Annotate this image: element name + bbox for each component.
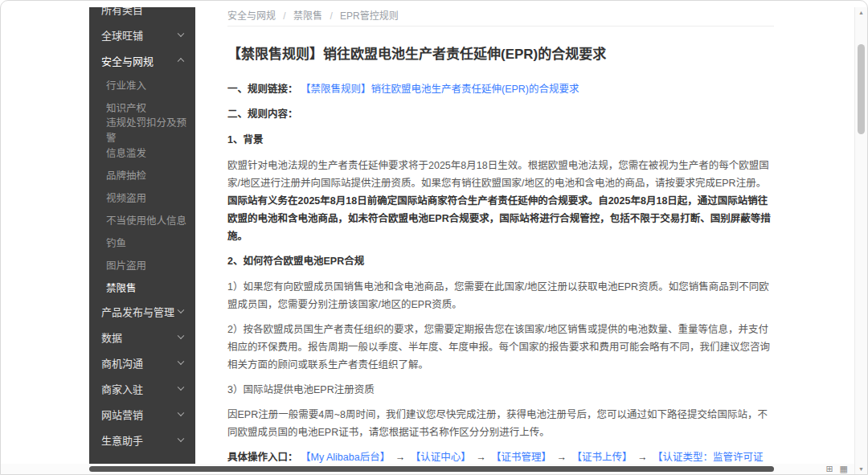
sidebar-item-label: 品牌抽检: [106, 167, 146, 182]
table-icon[interactable]: ⊞: [825, 464, 833, 474]
how-item-2: 2）按各欧盟成员国生产者责任组织的要求，您需要定期报告您在该国家/地区销售或提供…: [227, 321, 774, 374]
horizontal-scrollbar-thumb[interactable]: [89, 466, 774, 472]
vertical-scrollbar-thumb[interactable]: [858, 44, 865, 134]
background-paragraph: 欧盟针对电池法规的生产者责任延伸要求将于2025年8月18日生效。根据欧盟电池法…: [227, 157, 774, 245]
chevron-down-icon: [178, 307, 184, 313]
sidebar-item-phishing[interactable]: 钓鱼: [89, 231, 195, 253]
sidebar-item-label: 商家入驻: [101, 381, 143, 396]
sidebar-item-business-assistant[interactable]: 生意助手: [89, 427, 195, 452]
chevron-down-icon: [178, 333, 184, 339]
how-item-1: 1）如果您有向欧盟成员国销售电池和含电池商品，您需要在此国家/地区注册以获取电池…: [227, 278, 774, 313]
page-title: 【禁限售规则】销往欧盟电池生产者责任延伸(EPR)的合规要求: [227, 43, 774, 63]
breadcrumb-item-security-rules[interactable]: 安全与网规: [227, 10, 276, 22]
cells-icon[interactable]: ▦: [840, 464, 848, 474]
arrow-icon: →: [637, 452, 648, 463]
bottom-right-tools: ⊞ ▦: [825, 464, 848, 474]
breadcrumb: 安全与网规 / 禁限售 / EPR管控规则: [227, 7, 774, 27]
rule-link-label: 一、规则链接：: [227, 84, 298, 95]
breadcrumb-item-current: EPR管控规则: [340, 10, 399, 22]
entry-link-my-alibaba[interactable]: 【My Alibaba后台】: [301, 452, 390, 463]
background-text: 欧盟针对电池法规的生产者责任延伸要求将于2025年8月18日生效。根据欧盟电池法…: [227, 160, 769, 189]
rule-link-line: 一、规则链接： 【禁限售规则】销往欧盟电池生产者责任延伸(EPR)的合规要求: [227, 80, 774, 98]
sidebar-item-info-spam[interactable]: 信息滥发: [89, 141, 195, 163]
arrow-icon: →: [476, 452, 486, 463]
sidebar-item-industry-access[interactable]: 行业准入: [89, 73, 195, 96]
sidebar-item-label: 禁限售: [106, 280, 137, 295]
sidebar-item-prohibited-restricted[interactable]: 禁限售: [89, 276, 195, 298]
chevron-down-icon: [178, 358, 184, 365]
sidebar: 所有类目 全球旺铺 安全与网规 行业准入 知识产权 违规处罚扣分及预警 信息滥发: [89, 7, 195, 464]
arrow-icon: →: [395, 452, 406, 463]
app-window: 所有类目 全球旺铺 安全与网规 行业准入 知识产权 违规处罚扣分及预警 信息滥发: [0, 0, 868, 475]
sidebar-item-label: 商机沟通: [101, 355, 143, 371]
entry-link-cert-manage[interactable]: 【证书管理】: [491, 452, 551, 463]
sidebar-item-business-communication[interactable]: 商机沟通: [89, 350, 195, 375]
entry-link-cert-center[interactable]: 【认证中心】: [411, 452, 471, 463]
sidebar-item-security-rules[interactable]: 安全与网规: [89, 47, 195, 73]
chevron-down-icon: [178, 410, 184, 416]
sidebar-item-label: 钓鱼: [106, 235, 126, 250]
sidebar-item-label: 信息滥发: [106, 145, 146, 160]
scroll-down-icon[interactable]: ▼: [855, 466, 867, 472]
scroll-up-icon[interactable]: ▲: [855, 10, 867, 15]
sidebar-item-product-publish-manage[interactable]: 产品发布与管理: [89, 298, 195, 324]
sidebar-item-label: 知识产权: [106, 100, 146, 115]
chevron-down-icon: [178, 31, 184, 37]
sidebar-item-improper-use-of-others-info[interactable]: 不当使用他人信息: [89, 208, 195, 231]
sidebar-item-image-theft[interactable]: 图片盗用: [89, 253, 195, 276]
main-content: 安全与网规 / 禁限售 / EPR管控规则 【禁限售规则】销往欧盟电池生产者责任…: [195, 7, 854, 464]
rule-link[interactable]: 【禁限售规则】销往欧盟电池生产者责任延伸(EPR)的合规要求: [301, 84, 579, 95]
how-item-3: 3）国际站提供电池EPR注册资质: [227, 381, 774, 399]
sidebar-menu: 所有类目 全球旺铺 安全与网规 行业准入 知识产权 违规处罚扣分及预警 信息滥发: [89, 7, 195, 452]
heading-background: 1、背景: [227, 131, 774, 149]
sidebar-item-label: 数据: [101, 330, 122, 345]
entry-path-label: 具体操作入口：: [227, 452, 298, 463]
sidebar-item-label: 不当使用他人信息: [106, 212, 186, 227]
entry-link-cert-upload[interactable]: 【证书上传】: [572, 452, 633, 463]
sidebar-item-global-shop[interactable]: 全球旺铺: [89, 22, 195, 47]
sidebar-item-all-categories[interactable]: 所有类目: [89, 7, 195, 22]
epr-time-paragraph: 因EPR注册一般需要4周~8周时间，我们建议您尽快完成注册，获得电池注册号后，您…: [227, 406, 774, 441]
sidebar-item-label: 所有类目: [101, 7, 143, 17]
sidebar-item-label: 全球旺铺: [101, 27, 143, 43]
breadcrumb-separator: /: [283, 10, 285, 22]
sidebar-item-brand-inspection[interactable]: 品牌抽检: [89, 163, 195, 186]
vertical-scrollbar: ▲ ▼: [854, 7, 867, 474]
sidebar-item-site-marketing[interactable]: 网站营销: [89, 401, 195, 427]
background-text-bold: 国际站有义务在2025年8月18日前确定国际站商家符合生产者责任延伸的合规要求。…: [227, 195, 771, 242]
sidebar-item-label: 网站营销: [101, 407, 143, 422]
sidebar-item-label: 产品发布与管理: [101, 304, 174, 319]
arrow-icon: →: [557, 452, 567, 463]
chevron-down-icon: [178, 384, 184, 391]
sidebar-item-violation-penalty[interactable]: 违规处罚扣分及预警: [89, 118, 195, 141]
breadcrumb-item-prohibited-restricted[interactable]: 禁限售: [293, 10, 322, 22]
horizontal-scrollbar: ⊞ ▦: [1, 464, 854, 474]
section-heading-rule-content: 二、规则内容：: [227, 105, 774, 123]
article-body: 一、规则链接： 【禁限售规则】销往欧盟电池生产者责任延伸(EPR)的合规要求 二…: [227, 80, 774, 464]
chevron-down-icon: [178, 436, 184, 442]
sidebar-item-label: 图片盗用: [106, 257, 146, 272]
sidebar-item-label: 生意助手: [101, 432, 143, 448]
sidebar-item-label: 行业准入: [106, 77, 146, 92]
breadcrumb-separator: /: [330, 10, 332, 22]
chevron-up-icon: [178, 58, 184, 64]
sidebar-item-video-theft[interactable]: 视频盗用: [89, 186, 195, 208]
sidebar-item-merchant-onboarding[interactable]: 商家入驻: [89, 375, 195, 401]
sidebar-item-data[interactable]: 数据: [89, 324, 195, 350]
heading-how-to-comply: 2、如何符合欧盟电池EPR合规: [227, 252, 774, 270]
sidebar-item-label: 视频盗用: [106, 190, 146, 205]
sidebar-item-label: 安全与网规: [101, 53, 154, 68]
entry-path-line: 具体操作入口： 【My Alibaba后台】 → 【认证中心】 → 【证书管理】…: [227, 448, 774, 464]
